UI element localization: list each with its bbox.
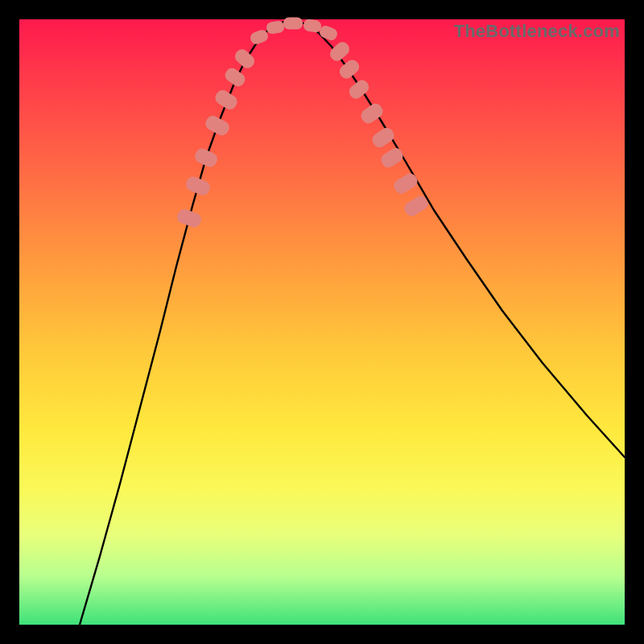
bottleneck-curve — [80, 21, 625, 625]
highlight-pill — [213, 88, 239, 112]
highlight-pills-group — [175, 18, 431, 229]
highlight-pill — [266, 20, 285, 35]
highlight-pill — [328, 39, 353, 64]
highlight-pill — [303, 19, 322, 34]
highlight-pill — [184, 175, 213, 197]
highlight-pill — [193, 147, 220, 169]
highlight-pill — [392, 171, 420, 196]
chart-svg — [19, 19, 625, 625]
highlight-pill — [222, 66, 247, 89]
highlight-pill — [378, 146, 405, 170]
highlight-pill — [337, 57, 362, 81]
chart-frame: TheBottleneck.com — [19, 19, 625, 625]
highlight-pill — [233, 47, 258, 71]
highlight-pill — [283, 18, 303, 30]
highlight-pill — [369, 126, 396, 151]
highlight-pill — [175, 207, 203, 229]
highlight-pill — [204, 114, 232, 138]
